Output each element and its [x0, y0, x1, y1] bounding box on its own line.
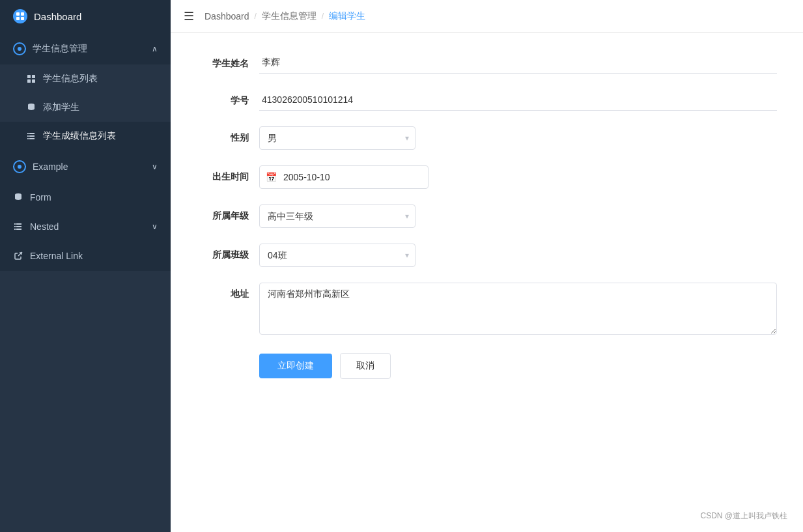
breadcrumb-dashboard[interactable]: Dashboard: [204, 11, 249, 21]
grid-icon: [26, 74, 36, 84]
gender-select-wrapper: 男 女 ▾: [259, 126, 416, 150]
form-row-id: 学号: [197, 89, 777, 111]
form-content: 学生姓名 学号 性别 男 女 ▾: [171, 33, 803, 532]
address-label: 地址: [197, 283, 249, 300]
id-label: 学号: [197, 89, 249, 107]
student-id-input[interactable]: [259, 89, 777, 111]
nested-group-icon: [13, 221, 23, 232]
sidebar-group-external-header[interactable]: External Link: [0, 242, 171, 270]
svg-rect-3: [21, 17, 24, 20]
nested-group-chevron: ∨: [152, 222, 158, 231]
svg-point-16: [18, 165, 21, 169]
db-icon: [26, 102, 36, 113]
student-list-label: 学生信息列表: [43, 73, 98, 85]
sidebar-item-student-list[interactable]: 学生信息列表: [0, 64, 171, 93]
breadcrumb-sep-1: /: [255, 12, 257, 21]
svg-rect-6: [32, 75, 35, 78]
breadcrumb-sep-2: /: [322, 12, 324, 21]
grade-select-wrapper: 高中一年级 高中二年级 高中三年级 ▾: [259, 204, 416, 228]
svg-point-4: [18, 47, 21, 51]
svg-rect-20: [14, 226, 16, 227]
sidebar-group-form-header[interactable]: Form: [0, 183, 171, 212]
sidebar-group-nested-header[interactable]: Nested ∨: [0, 212, 171, 241]
form-group-label: Form: [30, 192, 51, 203]
sidebar-item-score-list[interactable]: 学生成绩信息列表: [0, 122, 171, 150]
student-group-chevron: ∧: [152, 44, 158, 53]
svg-rect-19: [16, 223, 21, 225]
svg-rect-12: [27, 135, 29, 137]
svg-rect-18: [14, 223, 16, 225]
breadcrumb-student-mgmt[interactable]: 学生信息管理: [262, 10, 317, 22]
form-row-birth: 出生时间 📅: [197, 165, 777, 189]
add-student-label: 添加学生: [43, 102, 79, 113]
score-list-label: 学生成绩信息列表: [43, 130, 116, 142]
svg-rect-11: [29, 133, 35, 134]
gender-select[interactable]: 男 女: [259, 126, 416, 150]
student-group-label: 学生信息管理: [33, 43, 87, 55]
form-row-grade: 所属年级 高中一年级 高中二年级 高中三年级 ▾: [197, 204, 777, 228]
example-group-chevron: ∨: [152, 162, 158, 171]
class-select-wrapper: 01班 02班 03班 04班 05班 ▾: [259, 244, 416, 267]
sidebar-group-nested: Nested ∨: [0, 212, 171, 242]
breadcrumb: Dashboard / 学生信息管理 / 编辑学生: [204, 10, 365, 22]
grade-control: 高中一年级 高中二年级 高中三年级 ▾: [259, 204, 777, 228]
svg-rect-0: [16, 12, 20, 16]
breadcrumb-edit-student: 编辑学生: [329, 10, 365, 22]
svg-rect-5: [27, 75, 31, 78]
sidebar-group-form: Form: [0, 183, 171, 212]
sidebar-group-example-header[interactable]: Example ∨: [0, 151, 171, 182]
example-group-icon: [13, 160, 26, 173]
birth-control: 📅: [259, 165, 777, 189]
class-control: 01班 02班 03班 04班 05班 ▾: [259, 244, 777, 267]
class-select[interactable]: 01班 02班 03班 04班 05班: [259, 244, 416, 267]
form-row-name: 学生姓名: [197, 52, 777, 74]
form-row-gender: 性别 男 女 ▾: [197, 126, 777, 150]
svg-rect-7: [27, 79, 31, 83]
svg-rect-23: [16, 229, 21, 230]
grade-label: 所属年级: [197, 204, 249, 222]
sidebar-dashboard-label: Dashboard: [34, 11, 81, 22]
cancel-button[interactable]: 取消: [340, 353, 391, 379]
topbar: ☰ Dashboard / 学生信息管理 / 编辑学生: [171, 0, 803, 33]
birth-input[interactable]: [259, 165, 429, 189]
svg-rect-21: [16, 226, 21, 227]
svg-rect-1: [21, 12, 24, 16]
example-group-label: Example: [33, 161, 68, 172]
address-textarea[interactable]: 河南省郑州市高新区: [259, 283, 777, 335]
svg-rect-10: [27, 133, 29, 134]
id-control: [259, 89, 777, 111]
svg-rect-13: [29, 135, 35, 137]
external-link-label: External Link: [30, 251, 83, 261]
form-buttons: 立即创建 取消: [259, 353, 777, 379]
nested-group-label: Nested: [30, 221, 59, 232]
sidebar: Dashboard 学生信息管理 ∧: [0, 0, 171, 532]
form-row-class: 所属班级 01班 02班 03班 04班 05班 ▾: [197, 244, 777, 267]
svg-rect-2: [16, 17, 20, 20]
footer-note: CSDN @道上叫我卢铁柱: [700, 511, 787, 522]
sidebar-group-student: 学生信息管理 ∧ 学生信息列表: [0, 33, 171, 151]
external-link-icon: [13, 251, 23, 261]
sidebar-group-example: Example ∨: [0, 151, 171, 183]
name-label: 学生姓名: [197, 52, 249, 70]
sidebar-group-student-header[interactable]: 学生信息管理 ∧: [0, 33, 171, 64]
dashboard-icon: [13, 9, 27, 23]
main-content: ☰ Dashboard / 学生信息管理 / 编辑学生 学生姓名 学号 性别: [171, 0, 803, 532]
birth-label: 出生时间: [197, 165, 249, 183]
list-icon: [26, 131, 36, 141]
name-input[interactable]: [259, 52, 777, 74]
gender-label: 性别: [197, 126, 249, 144]
form-group-icon: [13, 192, 23, 203]
sidebar-item-dashboard[interactable]: Dashboard: [0, 0, 171, 33]
name-control: [259, 52, 777, 74]
submit-button[interactable]: 立即创建: [259, 354, 332, 378]
gender-control: 男 女 ▾: [259, 126, 777, 150]
svg-rect-8: [32, 79, 35, 83]
svg-rect-22: [14, 229, 16, 230]
student-group-icon: [13, 42, 26, 55]
svg-rect-14: [27, 138, 29, 139]
grade-select[interactable]: 高中一年级 高中二年级 高中三年级: [259, 204, 416, 228]
sidebar-item-add-student[interactable]: 添加学生: [0, 93, 171, 122]
address-control: 河南省郑州市高新区: [259, 283, 777, 337]
menu-toggle-icon[interactable]: ☰: [184, 9, 194, 23]
form-row-address: 地址 河南省郑州市高新区: [197, 283, 777, 337]
